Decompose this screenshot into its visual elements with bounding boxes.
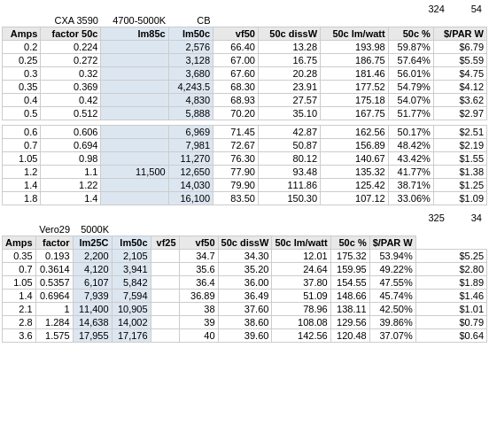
table-cell <box>101 54 168 67</box>
table-cell: 7,981 <box>168 139 213 152</box>
table-cell: 1.4 <box>3 290 36 303</box>
h1-e5 <box>258 14 320 27</box>
table-cell: $3.62 <box>433 94 486 107</box>
table-cell: 72.67 <box>213 139 259 152</box>
table-cell: 5,842 <box>112 276 151 290</box>
table-cell: $2.19 <box>433 139 486 152</box>
s2col-amps: Amps <box>3 236 36 250</box>
table-cell: 0.5 <box>3 107 41 120</box>
table-cell: 76.30 <box>213 152 259 166</box>
table-cell: 142.56 <box>272 329 330 343</box>
table-cell: 59.87% <box>388 41 433 54</box>
table-row: 1.050.53576,1075,84236.436.0037.80154.55… <box>3 276 487 290</box>
table-cell: 107.12 <box>321 192 389 205</box>
table-cell: 45.74% <box>369 290 415 303</box>
table-cell: 2.8 <box>3 316 36 329</box>
s2h1-5000k: 5000K <box>73 223 112 236</box>
table-cell: $1.38 <box>433 166 486 179</box>
table-cell: 1.4 <box>41 192 101 205</box>
s2h1-0 <box>3 223 36 236</box>
section1-body: 0.20.2242,57666.4013.28193.9859.87%$6.79… <box>3 41 487 205</box>
table-cell: $4.12 <box>433 81 486 94</box>
table-row: 0.350.1932,2002,10534.734.3012.01175.325… <box>3 250 487 263</box>
table-cell: 11,270 <box>168 152 213 166</box>
table-cell: 68.93 <box>213 94 259 107</box>
table-cell <box>151 263 179 276</box>
table-cell <box>101 107 168 120</box>
table-cell: 0.35 <box>3 250 36 263</box>
table-cell: 129.56 <box>330 316 369 329</box>
table-cell: 7,939 <box>73 290 112 303</box>
table-cell <box>151 276 179 290</box>
table-cell: $2.51 <box>433 126 486 139</box>
table-cell <box>101 192 168 205</box>
section1-num2: 54 <box>471 4 482 14</box>
table-cell: 0.6 <box>3 126 41 139</box>
table-cell: $1.46 <box>415 290 486 303</box>
table-cell: 1.2 <box>3 166 41 179</box>
s2col-vf50: vf50 <box>179 236 218 250</box>
table-cell: 40 <box>179 329 218 343</box>
s2h1-5 <box>179 223 218 236</box>
table-cell: 16,100 <box>168 192 213 205</box>
table-cell: 4,120 <box>73 263 112 276</box>
table-row: 1.21.111,50012,65077.9093.48135.3241.77%… <box>3 166 487 179</box>
table-cell: 140.67 <box>321 152 389 166</box>
table-cell <box>101 81 168 94</box>
table-cell: 39.86% <box>369 316 415 329</box>
table-cell: 77.90 <box>213 166 259 179</box>
table-row: 0.60.6066,96971.4542.87162.5650.17%$2.51 <box>3 126 487 139</box>
table-cell: 0.3614 <box>35 263 73 276</box>
table-cell: 3,941 <box>112 263 151 276</box>
table-cell: 78.96 <box>272 303 330 316</box>
table-cell: $4.75 <box>433 67 486 81</box>
col-50cpct: 50c % <box>388 27 433 41</box>
table-cell: 1.575 <box>35 329 73 343</box>
table-cell: 1 <box>35 303 73 316</box>
table-cell: 14,030 <box>168 179 213 192</box>
h1-e6 <box>321 14 389 27</box>
table-cell: $6.79 <box>433 41 486 54</box>
table-row: 1.050.9811,27076.3080.12140.6743.42%$1.5… <box>3 152 487 166</box>
table-cell: 1.284 <box>35 316 73 329</box>
table-cell: 33.06% <box>388 192 433 205</box>
table-cell: 79.90 <box>213 179 259 192</box>
table-cell: 0.3 <box>3 67 41 81</box>
table-cell: 1.05 <box>3 152 41 166</box>
section2-header1-row: Vero29 5000K <box>3 223 487 236</box>
table-cell: 56.01% <box>388 67 433 81</box>
table-cell: 12.01 <box>272 250 330 263</box>
table-cell: 2,200 <box>73 250 112 263</box>
table-cell: 1.22 <box>41 179 101 192</box>
table-cell: 0.32 <box>41 67 101 81</box>
table-cell: 38.60 <box>218 316 272 329</box>
s2col-lm25c: lm25C <box>73 236 112 250</box>
table-cell <box>151 329 179 343</box>
table-cell: 0.606 <box>41 126 101 139</box>
table-cell: 39.60 <box>218 329 272 343</box>
table-cell: 35.10 <box>258 107 320 120</box>
table-row: 1.81.416,10083.50150.30107.1233.06%$1.09 <box>3 192 487 205</box>
table-cell: 2,576 <box>168 41 213 54</box>
table-cell: 51.77% <box>388 107 433 120</box>
table-cell: 156.89 <box>321 139 389 152</box>
table-cell: 11,500 <box>101 166 168 179</box>
table-cell: $0.79 <box>415 316 486 329</box>
table-cell: 6,107 <box>73 276 112 290</box>
table-cell: 37.07% <box>369 329 415 343</box>
table-cell: 37.80 <box>272 276 330 290</box>
col-factor50c: factor 50c <box>41 27 101 41</box>
table-cell <box>151 316 179 329</box>
table-cell: 175.32 <box>330 250 369 263</box>
s2h1-3 <box>112 223 151 236</box>
col-vf50: vf50 <box>213 27 259 41</box>
col-amps: Amps <box>3 27 41 41</box>
table-row: 3.61.57517,95517,1764039.60142.56120.483… <box>3 329 487 343</box>
table-cell: 37.60 <box>218 303 272 316</box>
table-cell <box>151 303 179 316</box>
table-cell: 23.91 <box>258 81 320 94</box>
table-cell: 0.193 <box>35 250 73 263</box>
table-cell: 54.07% <box>388 94 433 107</box>
table-cell: 10,905 <box>112 303 151 316</box>
table-cell: $0.64 <box>415 329 486 343</box>
